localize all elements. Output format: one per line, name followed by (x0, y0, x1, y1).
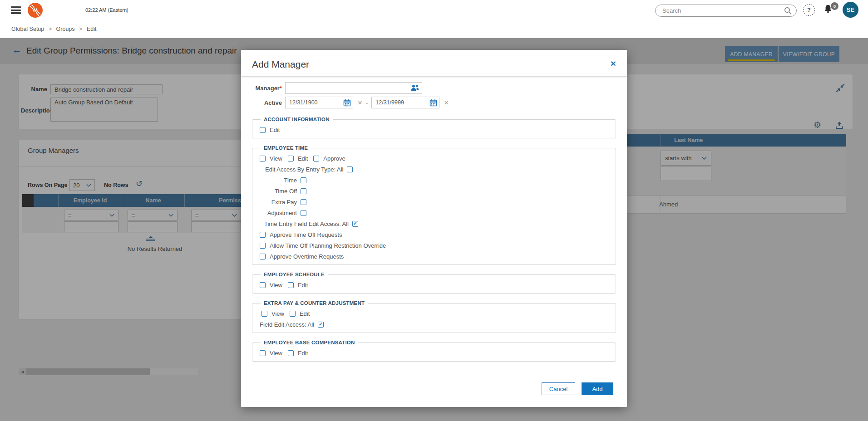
notification-badge: 0 (831, 2, 838, 10)
account-edit-checkbox[interactable] (260, 127, 266, 133)
approve-time-off-requests-checkbox[interactable] (260, 232, 266, 238)
breadcrumb-global-setup[interactable]: Global Setup (11, 26, 44, 32)
extra-pay-edit-checkbox[interactable] (290, 311, 296, 317)
calendar-icon[interactable] (429, 99, 437, 107)
section-legend: ACCOUNT INFORMATION (261, 117, 333, 122)
modal-header: Add Manager × (241, 50, 627, 77)
manager-label: Manager* (241, 85, 282, 92)
extra-pay-counter-adjustment-section: EXTRA PAY & COUNTER ADJUSTMENT View Edit… (252, 300, 616, 333)
add-button[interactable]: Add (582, 382, 613, 395)
schedule-view-checkbox[interactable] (260, 282, 266, 288)
base-comp-edit-checkbox[interactable] (288, 350, 294, 356)
entry-type-extra-pay-checkbox[interactable] (301, 199, 306, 205)
section-legend: EMPLOYEE TIME (261, 145, 311, 151)
section-legend: EMPLOYEE BASE COMPENSATION (261, 340, 358, 345)
clear-date-icon[interactable]: × (444, 99, 449, 107)
section-legend: EXTRA PAY & COUNTER ADJUSTMENT (261, 300, 368, 306)
account-information-section: ACCOUNT INFORMATION Edit (252, 117, 616, 138)
cancel-button[interactable]: Cancel (542, 382, 575, 395)
modal-footer: Cancel Add (241, 382, 627, 407)
modal-title: Add Manager (252, 59, 616, 70)
entry-type-time-checkbox[interactable] (301, 177, 306, 183)
time-edit-checkbox[interactable] (288, 156, 294, 162)
calendar-icon[interactable] (343, 99, 351, 107)
select-people-icon[interactable] (410, 84, 420, 91)
section-legend: EMPLOYEE SCHEDULE (261, 272, 328, 277)
edit-access-by-entry-type-checkbox[interactable] (347, 166, 353, 172)
avatar[interactable]: SE (843, 2, 858, 18)
manager-input[interactable] (285, 82, 422, 94)
active-dates-row: Active × - (241, 97, 627, 108)
top-bar: 02:22 AM (Eastern) ? 0 SE (0, 0, 868, 21)
search-icon[interactable] (784, 7, 792, 15)
entry-type-time-off-checkbox[interactable] (301, 188, 306, 194)
employee-base-compensation-section: EMPLOYEE BASE COMPENSATION View Edit (252, 340, 616, 362)
breadcrumb-bar: Global Setup > Groups > Edit (0, 21, 868, 38)
approve-overtime-requests-checkbox[interactable] (260, 254, 266, 259)
help-icon[interactable]: ? (803, 4, 815, 16)
base-comp-view-checkbox[interactable] (260, 350, 266, 356)
allow-time-off-planning-restriction-override-checkbox[interactable] (260, 243, 266, 249)
menu-icon[interactable] (11, 6, 21, 14)
modal-body: Manager* Active (241, 77, 627, 407)
breadcrumb: Global Setup > Groups > Edit (11, 26, 96, 32)
notifications-button[interactable]: 0 (823, 4, 838, 17)
breadcrumb-edit: Edit (87, 26, 97, 32)
manager-row: Manager* (241, 82, 627, 94)
clear-date-icon[interactable]: × (358, 99, 362, 107)
field-edit-access-checkbox[interactable] (318, 322, 324, 328)
schedule-edit-checkbox[interactable] (288, 282, 294, 288)
active-label: Active (241, 99, 282, 106)
search-input[interactable] (662, 7, 784, 14)
extra-pay-view-checkbox[interactable] (261, 311, 267, 317)
entry-type-adjustment-checkbox[interactable] (301, 210, 306, 216)
employee-time-section: EMPLOYEE TIME View Edit Approve Edit Acc… (252, 145, 616, 265)
app-logo-icon[interactable] (27, 2, 43, 18)
close-icon[interactable]: × (611, 58, 616, 69)
breadcrumb-groups[interactable]: Groups (56, 26, 75, 32)
clock-time: 02:22 AM (Eastern) (85, 7, 128, 13)
date-range-separator: - (366, 99, 368, 106)
search-box[interactable] (655, 5, 797, 17)
time-approve-checkbox[interactable] (313, 156, 319, 162)
time-view-checkbox[interactable] (260, 156, 266, 162)
employee-schedule-section: EMPLOYEE SCHEDULE View Edit (252, 272, 616, 294)
add-manager-modal: Add Manager × Manager* Active (241, 50, 627, 407)
time-entry-field-edit-access-checkbox[interactable] (352, 221, 358, 227)
